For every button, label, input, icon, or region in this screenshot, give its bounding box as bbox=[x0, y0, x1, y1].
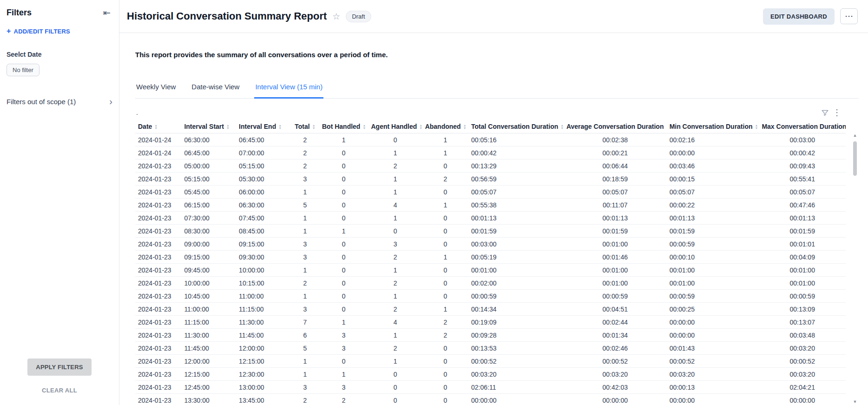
table-cell: 06:30:00 bbox=[236, 199, 291, 212]
table-cell: 00:01:59 bbox=[468, 225, 564, 238]
table-cell: 0 bbox=[422, 394, 468, 405]
edit-dashboard-button[interactable]: EDIT DASHBOARD bbox=[763, 8, 835, 25]
sort-icon[interactable]: ▲▼ bbox=[666, 124, 666, 130]
sort-icon[interactable]: ▲▼ bbox=[463, 124, 467, 130]
table-cell: 00:00:52 bbox=[759, 355, 846, 368]
column-header[interactable]: Max Conversation Duration▲▼ bbox=[759, 120, 846, 133]
sort-icon[interactable]: ▲▼ bbox=[560, 124, 564, 130]
add-edit-filters-button[interactable]: + ADD/EDIT FILTERS bbox=[7, 27, 112, 35]
table-cell: 2024-01-23 bbox=[135, 355, 181, 368]
sort-icon[interactable]: ▲▼ bbox=[278, 124, 282, 130]
table-cell: 2 bbox=[368, 342, 422, 355]
table-body: 2024-01-2406:30:0006:45:00210100:05:1600… bbox=[135, 133, 846, 405]
table-area: . ⋮ Date▲▼Interval Start▲▼Interval End▲▼… bbox=[135, 105, 859, 405]
sort-icon[interactable]: ▲▼ bbox=[154, 124, 158, 130]
sort-icon[interactable]: ▲▼ bbox=[312, 124, 316, 130]
table-cell: 12:30:00 bbox=[236, 368, 291, 381]
table-cell: 0 bbox=[319, 186, 368, 199]
table-cell: 00:00:00 bbox=[468, 394, 564, 405]
table-row: 2024-01-2309:15:0009:30:00302100:05:1900… bbox=[135, 251, 846, 264]
table-cell: 00:00:52 bbox=[564, 355, 667, 368]
column-header[interactable]: Average Conversation Duration▲▼ bbox=[564, 120, 667, 133]
sort-icon[interactable]: ▲▼ bbox=[419, 124, 422, 130]
table-cell: 3 bbox=[291, 381, 319, 394]
main-panel: Historical Conversation Summary Report ☆… bbox=[119, 0, 868, 405]
table-cell: 00:01:34 bbox=[564, 329, 667, 342]
tab-date-wise-view[interactable]: Date-wise View bbox=[191, 77, 240, 99]
table-cell: 00:03:20 bbox=[564, 368, 667, 381]
table-cell: 09:15:00 bbox=[181, 251, 236, 264]
apply-filters-button[interactable]: APPLY FILTERS bbox=[27, 359, 91, 376]
table-cell: 00:13:09 bbox=[759, 303, 846, 316]
sort-icon[interactable]: ▲▼ bbox=[226, 124, 230, 130]
table-cell: 00:06:44 bbox=[564, 159, 667, 173]
table-cell: 1 bbox=[291, 212, 319, 225]
column-header-label: Agent Handled bbox=[371, 123, 417, 130]
table-cell: 06:30:00 bbox=[181, 133, 236, 146]
column-header[interactable]: Min Conversation Duration▲▼ bbox=[667, 120, 759, 133]
table-cell: 00:00:52 bbox=[667, 355, 759, 368]
column-header-label: Min Conversation Duration bbox=[670, 123, 753, 130]
table-cell: 00:01:59 bbox=[667, 225, 759, 238]
table-cell: 00:02:38 bbox=[564, 133, 667, 146]
report-content: This report provides the summary of all … bbox=[119, 33, 868, 405]
column-header[interactable]: Abandoned▲▼ bbox=[422, 120, 468, 133]
table-cell: 0 bbox=[368, 394, 422, 405]
table-cell: 1 bbox=[368, 264, 422, 277]
table-cell: 08:30:00 bbox=[181, 225, 236, 238]
table-cell: 2 bbox=[368, 277, 422, 290]
sort-icon[interactable]: ▲▼ bbox=[755, 124, 758, 130]
scrollbar-thumb[interactable] bbox=[853, 141, 857, 176]
table-cell: 09:30:00 bbox=[236, 251, 291, 264]
table-cell: 00:05:07 bbox=[667, 186, 759, 199]
table-cell: 12:00:00 bbox=[236, 342, 291, 355]
table-scrollbar[interactable]: ▲ ▼ bbox=[852, 133, 858, 405]
table-row: 2024-01-2308:30:0008:45:00110000:01:5900… bbox=[135, 225, 846, 238]
table-cell: 1 bbox=[319, 368, 368, 381]
tab-weekly-view[interactable]: Weekly View bbox=[135, 77, 177, 99]
no-filter-chip[interactable]: No filter bbox=[7, 64, 39, 76]
table-cell: 00:05:07 bbox=[564, 186, 667, 199]
kebab-menu-icon[interactable]: ⋮ bbox=[831, 106, 843, 119]
sort-icon[interactable]: ▲▼ bbox=[362, 124, 366, 130]
table-cell: 00:13:29 bbox=[468, 159, 564, 173]
column-header[interactable]: Agent Handled▲▼ bbox=[368, 120, 422, 133]
tab-interval-view[interactable]: Interval View (15 min) bbox=[254, 77, 323, 99]
filters-out-of-scope-row[interactable]: Filters out of scope (1) › bbox=[7, 97, 112, 106]
column-header[interactable]: Total Conversation Duration▲▼ bbox=[468, 120, 564, 133]
table-cell: 0 bbox=[368, 133, 422, 146]
table-row: 2024-01-2406:45:0007:00:00201100:00:4200… bbox=[135, 146, 846, 159]
table-caption-dot: . bbox=[136, 109, 138, 116]
scrollbar-up-icon[interactable]: ▲ bbox=[852, 133, 858, 138]
table-cell: 0 bbox=[319, 146, 368, 159]
filter-funnel-icon[interactable] bbox=[819, 106, 831, 119]
star-icon[interactable]: ☆ bbox=[332, 11, 340, 22]
table-cell: 00:00:00 bbox=[759, 394, 846, 405]
table-cell: 13:00:00 bbox=[236, 381, 291, 394]
clear-all-button[interactable]: CLEAR ALL bbox=[42, 387, 77, 394]
chevron-right-icon: › bbox=[109, 97, 112, 106]
column-header[interactable]: Bot Handled▲▼ bbox=[319, 120, 368, 133]
column-header[interactable]: Interval End▲▼ bbox=[236, 120, 291, 133]
column-header[interactable]: Total▲▼ bbox=[291, 120, 319, 133]
table-cell: 00:03:00 bbox=[759, 133, 846, 146]
table-cell: 0 bbox=[422, 290, 468, 303]
table-cell: 2024-01-23 bbox=[135, 303, 181, 316]
more-options-button[interactable]: ⋯ bbox=[840, 8, 858, 24]
table-cell: 0 bbox=[319, 238, 368, 251]
table-cell: 4 bbox=[368, 199, 422, 212]
column-header[interactable]: Interval Start▲▼ bbox=[181, 120, 236, 133]
table-cell: 00:00:10 bbox=[667, 251, 759, 264]
collapse-sidebar-icon[interactable]: ⇤ bbox=[101, 7, 112, 18]
table-cell: 1 bbox=[291, 264, 319, 277]
table-cell: 0 bbox=[422, 355, 468, 368]
table-cell: 00:05:16 bbox=[468, 133, 564, 146]
column-header[interactable]: Date▲▼ bbox=[135, 120, 181, 133]
table-cell: 0 bbox=[422, 225, 468, 238]
table-cell: 0 bbox=[319, 355, 368, 368]
table-cell: 7 bbox=[291, 316, 319, 329]
scrollbar-down-icon[interactable]: ▼ bbox=[852, 399, 858, 404]
table-cell: 1 bbox=[422, 199, 468, 212]
table-cell: 00:01:00 bbox=[667, 277, 759, 290]
table-cell: 0 bbox=[319, 173, 368, 186]
